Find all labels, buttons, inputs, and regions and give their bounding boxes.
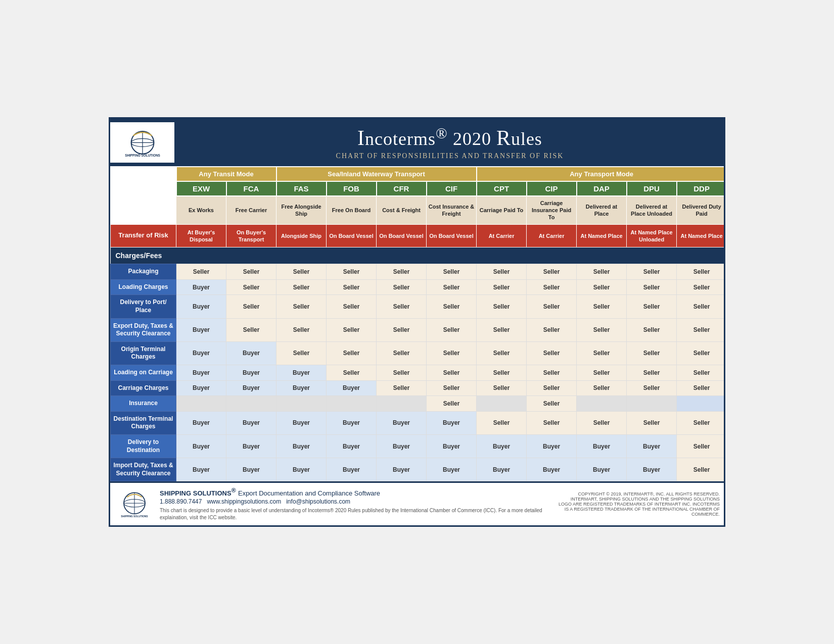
table-cell: Seller (477, 264, 527, 280)
risk-row: Transfer of Risk At Buyer's Disposal On … (111, 224, 724, 247)
table-cell: Seller (677, 380, 724, 396)
table-cell: Seller (377, 318, 427, 341)
table-cell: Seller (527, 318, 577, 341)
table-cell: Seller (477, 318, 527, 341)
incoterms-table: Any Transit Mode Sea/Inland Waterway Tra… (110, 166, 724, 482)
risk-exw: At Buyer's Disposal (176, 224, 226, 247)
desc-dpu: Delivered at Place Unloaded (627, 196, 677, 224)
code-cpt: CPT (477, 181, 527, 196)
table-cell: Seller (527, 365, 577, 380)
footer-contact: 1.888.890.7447 www.shippingsolutions.com… (160, 498, 553, 505)
table-cell: Seller (226, 264, 276, 280)
table-cell: Buyer (226, 341, 276, 365)
row-label: Origin Terminal Charges (111, 341, 176, 365)
table-cell: Seller (427, 341, 477, 365)
risk-cif: On Board Vessel (427, 224, 477, 247)
table-cell: Seller (477, 295, 527, 318)
table-cell: Seller (627, 365, 677, 380)
table-cell: Buyer (477, 434, 527, 458)
table-cell: Seller (527, 279, 577, 295)
table-cell: Seller (577, 341, 627, 365)
desc-fas: Free Alongside Ship (276, 196, 327, 224)
desc-cpt: Carriage Paid To (477, 196, 527, 224)
row-label: Destination Terminal Charges (111, 411, 176, 434)
table-cell (226, 396, 276, 412)
desc-cfr: Cost & Freight (377, 196, 427, 224)
table-cell: Seller (677, 318, 724, 341)
desc-ddp: Delivered Duty Paid (677, 196, 724, 224)
table-cell: Buyer (527, 434, 577, 458)
desc-fca: Free Carrier (226, 196, 276, 224)
table-cell: Seller (577, 380, 627, 396)
table-cell: Seller (377, 380, 427, 396)
table-cell: Buyer (427, 458, 477, 481)
footer-logo: SHIPPING SOLUTIONS (114, 487, 155, 521)
table-cell: Seller (627, 411, 677, 434)
table-cell: Seller (677, 434, 724, 458)
table-cell: Seller (327, 279, 377, 295)
table-cell: Seller (627, 318, 677, 341)
table-cell: Seller (577, 295, 627, 318)
table-cell: Buyer (627, 458, 677, 481)
row-label: Carriage Charges (111, 380, 176, 396)
desc-dap: Delivered at Place (577, 196, 627, 224)
table-cell: Seller (226, 295, 276, 318)
group-sea-inland: Sea/Inland Waterway Transport (276, 167, 477, 181)
table-cell (577, 396, 627, 412)
table-cell: Buyer (327, 380, 377, 396)
table-cell: Buyer (276, 380, 327, 396)
code-exw: EXW (176, 181, 226, 196)
table-cell: Seller (527, 396, 577, 412)
footer-copyright: COPYRIGHT © 2019, INTERMART®, INC. ALL R… (558, 487, 720, 521)
table-cell: Seller (377, 341, 427, 365)
table-cell: Seller (327, 365, 377, 380)
table-row: Destination Terminal ChargesBuyerBuyerBu… (111, 411, 724, 434)
table-cell: Seller (677, 365, 724, 380)
row-label: Loading Charges (111, 279, 176, 295)
table-row: Loading on CarriageBuyerBuyerBuyerSeller… (111, 365, 724, 380)
table-cell: Seller (477, 365, 527, 380)
row-label: Import Duty, Taxes & Security Clearance (111, 458, 176, 481)
table-cell (477, 396, 527, 412)
table-cell: Buyer (477, 458, 527, 481)
table-cell: Seller (377, 365, 427, 380)
table-cell: Seller (377, 279, 427, 295)
code-dpu: DPU (627, 181, 677, 196)
table-row: Import Duty, Taxes & Security ClearanceB… (111, 458, 724, 481)
table-container: Any Transit Mode Sea/Inland Waterway Tra… (110, 166, 724, 482)
table-cell: Seller (427, 318, 477, 341)
risk-fca: On Buyer's Transport (226, 224, 276, 247)
table-cell: Seller (477, 380, 527, 396)
table-cell: Buyer (176, 318, 226, 341)
table-cell: Seller (527, 341, 577, 365)
table-cell: Seller (527, 295, 577, 318)
table-cell: Buyer (276, 458, 327, 481)
table-cell: Buyer (527, 458, 577, 481)
table-cell: Seller (627, 264, 677, 280)
code-cfr: CFR (377, 181, 427, 196)
table-row: Carriage ChargesBuyerBuyerBuyerBuyerSell… (111, 380, 724, 396)
table-cell: Buyer (577, 434, 627, 458)
table-cell: Seller (577, 264, 627, 280)
footer-note: This chart is designed to provide a basi… (160, 507, 553, 521)
risk-cpt: At Carrier (477, 224, 527, 247)
table-cell (327, 396, 377, 412)
group-label-empty (111, 167, 176, 181)
table-cell: Seller (527, 264, 577, 280)
table-cell: Seller (527, 380, 577, 396)
table-cell: Buyer (226, 434, 276, 458)
table-cell: Seller (377, 264, 427, 280)
code-fca: FCA (226, 181, 276, 196)
table-cell: Seller (477, 341, 527, 365)
table-cell: Buyer (176, 279, 226, 295)
footer-center: SHIPPING SOLUTIONS® Export Documentation… (160, 487, 553, 521)
table-cell: Seller (577, 318, 627, 341)
risk-label: Transfer of Risk (111, 224, 176, 247)
table-cell: Seller (276, 341, 327, 365)
risk-dpu: At Named Place Unloaded (627, 224, 677, 247)
table-cell: Seller (627, 279, 677, 295)
table-cell: Buyer (226, 411, 276, 434)
desc-fob: Free On Board (327, 196, 377, 224)
table-cell: Seller (427, 396, 477, 412)
footer-logo-icon: SHIPPING SOLUTIONS (117, 489, 152, 519)
